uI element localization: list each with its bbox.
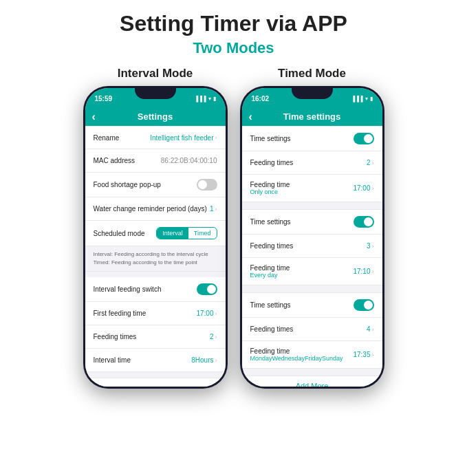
timed-section-2: Time settings Feeding times 3 › Feeding … bbox=[242, 209, 382, 285]
feeding-times-value[interactable]: 2 › bbox=[210, 333, 217, 340]
section-gap-2 bbox=[85, 372, 226, 378]
timed-back-arrow-icon[interactable]: ‹ bbox=[249, 111, 252, 123]
timed-toggle-1[interactable] bbox=[354, 133, 374, 144]
timed-feeding-times-value-3[interactable]: 4 › bbox=[367, 325, 374, 333]
battery-icon: ▮ bbox=[213, 96, 216, 102]
interval-feeding-switch-item: Interval feeding switch bbox=[85, 277, 226, 302]
notch bbox=[135, 88, 176, 99]
timed-feeding-times-label-3: Feeding times bbox=[250, 325, 367, 333]
chevron-3a: › bbox=[372, 326, 374, 333]
timed-mode-col: Timed Mode 16:02 ▐▐▐ ▾ ▮ ‹ Time settings bbox=[240, 67, 384, 389]
timed-app-header: ‹ Time settings bbox=[242, 107, 382, 126]
feeding-times-chevron: › bbox=[215, 334, 217, 340]
scheduled-mode-item: Scheduled mode Interval Timed bbox=[85, 221, 226, 246]
chevron-2b: › bbox=[372, 268, 374, 275]
signal-icon: ▐▐▐ bbox=[194, 96, 206, 102]
timed-gap-1 bbox=[242, 204, 382, 209]
remove-device-button[interactable]: Remove Device bbox=[85, 378, 226, 387]
interval-feeding-toggle[interactable] bbox=[197, 283, 217, 295]
timed-feeding-times-row-1: Feeding times 2 › bbox=[242, 151, 382, 175]
timed-feeding-times-value-1[interactable]: 2 › bbox=[367, 159, 374, 166]
segment-control[interactable]: Interval Timed bbox=[156, 227, 217, 239]
rename-item: Rename Intelligent fish feeder › bbox=[85, 126, 226, 149]
water-change-item: Water change reminder period (days) 1 › bbox=[85, 197, 226, 221]
timed-period-1: Only once bbox=[250, 188, 290, 195]
interval-status-bar: 15:59 ▐▐▐ ▾ ▮ bbox=[85, 88, 226, 107]
feeding-times-item: Feeding times 2 › bbox=[85, 325, 226, 349]
timed-section-1: Time settings Feeding times 2 › Feeding … bbox=[242, 126, 382, 202]
first-feeding-time-item: First feeding time 17:00 › bbox=[85, 302, 226, 325]
interval-time-value[interactable]: 8Hours › bbox=[191, 356, 217, 364]
interval-feeding-switch-label: Interval feeding switch bbox=[94, 285, 197, 293]
interval-app-header: ‹ Settings bbox=[85, 107, 226, 126]
timed-mode-label: Timed Mode bbox=[278, 67, 346, 80]
segment-timed[interactable]: Timed bbox=[188, 228, 217, 239]
back-arrow-icon[interactable]: ‹ bbox=[92, 111, 96, 123]
timed-feeding-time-label-1: Feeding time bbox=[250, 181, 290, 188]
timed-toggle-2[interactable] bbox=[354, 216, 374, 228]
water-change-chevron: › bbox=[215, 206, 217, 213]
interval-note: Interval: Feeding according to the inter… bbox=[85, 246, 226, 272]
rename-chevron: › bbox=[215, 134, 217, 141]
timed-battery-icon: ▮ bbox=[370, 96, 373, 102]
timed-section-3: Time settings Feeding times 4 › Feeding … bbox=[242, 292, 382, 369]
timed-gap-2 bbox=[242, 287, 382, 292]
segment-interval[interactable]: Interval bbox=[157, 228, 188, 239]
interval-phone: 15:59 ▐▐▐ ▾ ▮ ‹ Settings Rename bbox=[83, 86, 228, 389]
timed-feeding-time-label-3: Feeding time bbox=[250, 347, 343, 355]
timed-header-title: Time settings bbox=[283, 111, 341, 122]
interval-phone-inner: 15:59 ▐▐▐ ▾ ▮ ‹ Settings Rename bbox=[85, 88, 226, 387]
chevron-2a: › bbox=[372, 243, 374, 250]
timed-status-time: 16:02 bbox=[252, 95, 270, 102]
timed-period-2: Every day bbox=[250, 272, 290, 279]
timed-feeding-time-value-2[interactable]: 17:10 › bbox=[353, 268, 373, 275]
water-change-label: Water change reminder period (days) bbox=[94, 205, 210, 213]
timed-feeding-times-row-3: Feeding times 4 › bbox=[242, 318, 382, 341]
interval-header-title: Settings bbox=[138, 111, 173, 122]
interval-time-chevron: › bbox=[215, 357, 217, 364]
first-feeding-time-label: First feeding time bbox=[94, 310, 197, 317]
timed-thumb-3 bbox=[364, 301, 373, 310]
timed-phone: 16:02 ▐▐▐ ▾ ▮ ‹ Time settings bbox=[240, 86, 384, 389]
timed-feeding-time-value-1[interactable]: 17:00 › bbox=[353, 184, 373, 192]
first-feeding-time-value[interactable]: 17:00 › bbox=[196, 310, 217, 317]
interval-toggle-thumb bbox=[207, 285, 216, 294]
timed-feeding-times-row-2: Feeding times 3 › bbox=[242, 235, 382, 258]
timed-settings-label-3: Time settings bbox=[250, 301, 354, 309]
interval-status-time: 15:59 bbox=[95, 95, 113, 102]
timed-settings-label-1: Time settings bbox=[250, 135, 354, 142]
rename-value[interactable]: Intelligent fish feeder › bbox=[150, 134, 217, 142]
timed-thumb-2 bbox=[364, 217, 373, 226]
mac-label: MAC address bbox=[94, 157, 161, 164]
subtitle: Two Modes bbox=[193, 39, 274, 57]
timed-settings-row-1: Time settings bbox=[242, 126, 382, 151]
timed-notch bbox=[292, 88, 333, 99]
timed-signal-icon: ▐▐▐ bbox=[351, 96, 362, 102]
interval-time-item: Interval time 8Hours › bbox=[85, 349, 226, 372]
interval-settings-list: Rename Intelligent fish feeder › MAC add… bbox=[85, 126, 226, 387]
timed-toggle-3[interactable] bbox=[354, 299, 374, 311]
timed-settings-label-2: Time settings bbox=[250, 218, 354, 226]
timed-wifi-icon: ▾ bbox=[365, 96, 368, 102]
water-change-value[interactable]: 1 › bbox=[210, 205, 217, 213]
chevron-3b: › bbox=[372, 351, 374, 358]
mac-value: 86:22:0B:04:00:10 bbox=[161, 157, 217, 164]
timed-feeding-time-label-2: Feeding time bbox=[250, 264, 290, 272]
first-feeding-chevron: › bbox=[215, 310, 217, 317]
mac-item: MAC address 86:22:0B:04:00:10 bbox=[85, 149, 226, 173]
feeding-times-label: Feeding times bbox=[94, 333, 210, 340]
timed-feeding-times-value-2[interactable]: 3 › bbox=[367, 242, 374, 250]
interval-time-label: Interval time bbox=[94, 356, 192, 364]
timed-feeding-times-label-1: Feeding times bbox=[250, 159, 367, 166]
scheduled-mode-label: Scheduled mode bbox=[94, 230, 157, 237]
food-shortage-toggle[interactable] bbox=[197, 179, 217, 191]
timed-period-3: MondayWednesdayFridaySunday bbox=[250, 355, 343, 362]
interval-mode-col: Interval Mode 15:59 ▐▐▐ ▾ ▮ ‹ Settings bbox=[83, 67, 228, 389]
timed-settings-list: Time settings Feeding times 2 › Feeding … bbox=[242, 126, 382, 387]
rename-label: Rename bbox=[94, 134, 151, 142]
add-more-button[interactable]: Add More bbox=[242, 376, 382, 387]
wifi-icon: ▾ bbox=[208, 96, 211, 102]
timed-feeding-time-value-3[interactable]: 17:35 › bbox=[353, 351, 373, 358]
timed-thumb-1 bbox=[364, 134, 373, 143]
timed-feeding-times-label-2: Feeding times bbox=[250, 242, 367, 250]
